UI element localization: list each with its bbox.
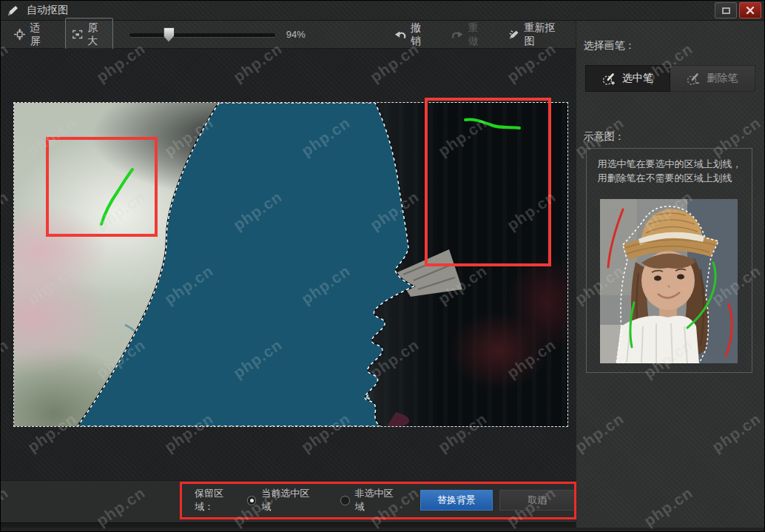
example-girl-illustration [600,199,738,363]
zoom-slider[interactable] [129,27,275,43]
zoom-slider-thumb[interactable] [164,27,175,42]
recut-pen-icon [508,28,519,41]
editing-canvas[interactable] [1,49,576,480]
fit-screen-button[interactable]: 适屏 [8,18,55,51]
select-pen-label: 选中笔 [622,72,653,85]
close-icon [746,6,755,15]
radio-current-selected-circle[interactable] [247,496,257,505]
photo-image[interactable] [14,103,567,426]
app-logo-pen-icon [7,4,19,17]
close-button[interactable] [739,2,761,18]
original-size-button[interactable]: 原大 [65,18,113,52]
select-pen-button[interactable]: 选中笔 [585,65,671,92]
bottom-action-bar: 保留区域： 当前选中区域 非选中区域 替换背景 取消 [1,480,576,522]
recut-button[interactable]: 重新抠图 [502,18,567,51]
fit-screen-icon [14,28,25,41]
redo-label: 重做 [468,21,487,48]
replace-background-button[interactable]: 替换背景 [420,490,493,511]
delete-pen-label: 删除笔 [707,72,738,85]
toolbar: 适屏 原大 94% [1,21,576,49]
cancel-button[interactable]: 取消 [499,490,575,511]
radio-current-selected-label: 当前选中区域 [261,487,317,514]
example-box: 用选中笔在要选中的区域上划线，用删除笔在不需要的区域上划线 [586,148,752,373]
example-section-label: 示意图： [584,130,625,144]
titlebar: 自动抠图 [1,1,764,21]
radio-not-selected-label: 非选中区域 [355,487,401,514]
maximize-button[interactable] [715,2,737,18]
undo-button[interactable]: 撤销 [388,18,436,51]
original-size-label: 原大 [87,21,106,48]
selected-person-overlay [14,103,567,426]
radio-not-selected-circle[interactable] [340,496,350,505]
maximize-icon [722,7,730,14]
window-bottom-edge [1,522,576,528]
radio-not-selected[interactable]: 非选中区域 [340,487,401,514]
fit-screen-label: 适屏 [30,21,48,48]
delete-pen-icon [687,72,701,86]
delete-pen-button[interactable]: 删除笔 [670,65,755,92]
original-size-icon [72,28,83,41]
example-image [600,199,738,363]
select-pen-icon [602,72,616,86]
radio-current-selected[interactable]: 当前选中区域 [247,487,317,514]
app-window: 自动抠图 适屏 [0,0,765,532]
zoom-slider-track[interactable] [129,33,275,37]
undo-icon [394,29,406,41]
zoom-value: 94% [286,29,306,40]
keep-region-label: 保留区域： [195,487,241,514]
recut-label: 重新抠图 [525,21,562,48]
redo-icon [451,29,463,41]
brush-section-label: 选择画笔： [584,39,636,53]
pen-buttons: 选中笔 删除笔 [585,65,755,92]
right-panel: 选择画笔： 选中笔 [576,21,765,528]
instruction-text: 用选中笔在要选中的区域上划线，用删除笔在不需要的区域上划线 [587,149,752,186]
window-title: 自动抠图 [27,4,68,17]
redo-button[interactable]: 重做 [445,18,493,51]
undo-label: 撤销 [411,21,429,48]
